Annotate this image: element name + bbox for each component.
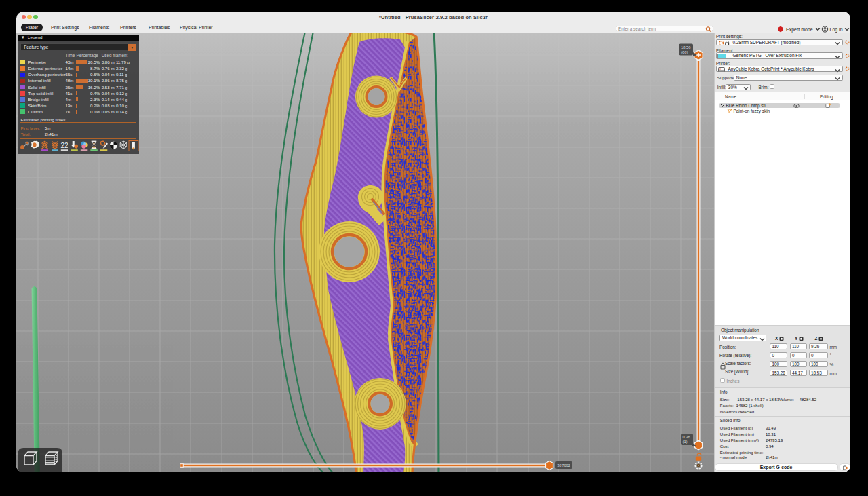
svg-text:22: 22 xyxy=(60,142,68,149)
svg-text:0.36: 0.36 xyxy=(683,435,690,439)
svg-text:(1): (1) xyxy=(683,440,688,444)
svg-text:367662: 367662 xyxy=(557,463,570,468)
svg-text:(66): (66) xyxy=(681,50,688,54)
svg-text:18.56: 18.56 xyxy=(681,45,691,50)
svg-text:Expert mode: Expert mode xyxy=(786,27,813,33)
svg-text:Log in: Log in xyxy=(830,27,843,33)
